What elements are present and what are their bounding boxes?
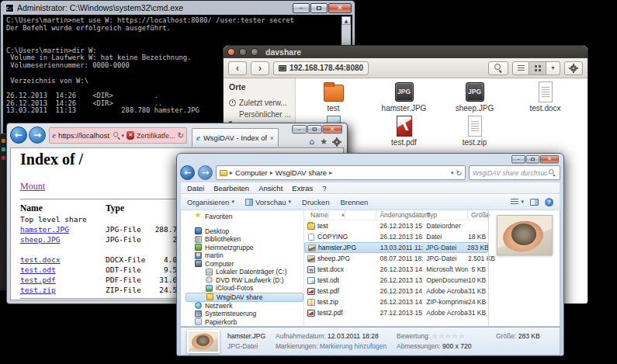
file-row[interactable]: test2.pdf 27.12.2013 15:10 Adobe Acrobat… — [304, 307, 488, 318]
file-link[interactable]: test.docx — [20, 255, 60, 264]
file-link[interactable]: test.pdf — [20, 276, 56, 284]
tab-close-icon[interactable]: × — [270, 134, 274, 142]
nav-tree-item[interactable]: martin — [185, 251, 303, 260]
column-header-name[interactable]: Name▲ — [304, 210, 376, 220]
maximize-button[interactable] — [307, 125, 322, 133]
search-box[interactable]: WsgiDAV share durchsuchen — [469, 165, 560, 180]
gear-icon[interactable] — [333, 138, 341, 146]
back-button[interactable]: ‹ — [228, 61, 247, 75]
address-bar[interactable]: e https://localhost:8080/ ▾ ✕ Zertifikat… — [49, 127, 187, 144]
chevron-down-icon[interactable]: ▾ — [122, 133, 125, 139]
file-row[interactable]: sheep.JPG 08.07.2011 18:52 JPG-Datei 2.5… — [304, 253, 488, 264]
search-button[interactable] — [488, 61, 508, 75]
nav-tree-item[interactable]: Bibliotheken — [185, 235, 303, 244]
home-icon[interactable]: ⌂ — [309, 137, 314, 147]
file-row[interactable]: test.docx 26.12.2013 14:26 Microsoft Wor… — [304, 264, 488, 275]
address-dropdown-icon[interactable]: ▾ — [451, 170, 454, 176]
file-link[interactable]: test.zip — [20, 286, 56, 294]
change-view-button[interactable]: ▾ — [511, 199, 524, 205]
column-header-type[interactable]: Typ — [423, 210, 468, 220]
nav-tree-item[interactable]: Netzwerk — [185, 302, 303, 310]
maximize-button[interactable] — [310, 3, 328, 13]
location-button[interactable]: 192.168.178.44:8080 — [273, 61, 369, 75]
nav-tree-item[interactable]: DVD RW Laufwerk (D:) — [185, 276, 303, 285]
list-view-button[interactable] — [512, 61, 529, 75]
nav-tree-item[interactable]: Papierkorb — [185, 318, 303, 327]
file-item[interactable]: test.zip — [439, 115, 510, 149]
breadcrumb-item[interactable]: WsgiDAV share — [276, 168, 327, 177]
forward-button[interactable]: → — [29, 127, 46, 144]
file-link[interactable]: test.odt — [20, 265, 56, 274]
grid-view-button[interactable] — [529, 61, 546, 75]
menu-item[interactable]: Bearbeiten — [213, 184, 249, 192]
certificate-error-text[interactable]: Zertifikatfe... — [137, 132, 175, 140]
nav-tree-item[interactable]: Heimnetzgruppe — [185, 244, 303, 252]
file-item[interactable]: hamster.JPG — [369, 81, 439, 115]
column-header-size[interactable]: Größe — [468, 210, 488, 220]
sidebar-place-item[interactable]: Persönlicher ... — [229, 109, 293, 120]
refresh-icon[interactable]: ↻ — [178, 131, 184, 140]
help-icon[interactable]: ? — [545, 198, 553, 206]
minimize-button[interactable]: – — [511, 155, 525, 163]
forward-button[interactable]: → — [198, 165, 213, 180]
nav-tree-item[interactable]: Desktop — [185, 227, 303, 236]
preview-button[interactable]: Vorschau▾ — [245, 198, 291, 206]
menu-item[interactable]: Extras — [292, 184, 313, 192]
menu-item[interactable]: ? — [322, 184, 326, 192]
close-icon[interactable] — [227, 48, 235, 56]
minimize-button[interactable]: – — [292, 125, 307, 133]
nav-tree-item[interactable]: Favoriten — [185, 213, 303, 221]
file-row[interactable]: test 26.12.2013 15:23 Dateiordner — [304, 220, 488, 231]
print-button[interactable]: Drucken — [302, 198, 329, 206]
menu-item[interactable]: Ansicht — [258, 184, 283, 192]
maximize-icon[interactable] — [251, 48, 258, 56]
add-tag-prompt[interactable]: Markierung hinzufügen — [320, 342, 386, 350]
file-item[interactable]: test.docx — [510, 81, 581, 115]
mount-link[interactable]: Mount — [20, 181, 45, 192]
search-icon[interactable] — [113, 132, 120, 139]
file-row[interactable]: hamster.JPG 13.03.2011 11:03 JPG-Datei 2… — [304, 242, 488, 253]
close-button[interactable]: ✕ — [328, 3, 352, 13]
breadcrumb-item[interactable]: Computer — [235, 168, 268, 177]
explorer-titlebar[interactable]: – ✕ — [180, 154, 560, 164]
nav-tree-item[interactable]: Computer — [185, 260, 303, 269]
minimize-button[interactable]: – — [293, 3, 310, 13]
file-item[interactable]: sheep.JPG — [439, 81, 510, 115]
close-button[interactable]: ✕ — [323, 125, 343, 133]
back-button[interactable]: ← — [10, 127, 27, 144]
cmd-titlebar[interactable]: C:\ Administrator: C:\Windows\system32\c… — [3, 2, 352, 15]
back-button[interactable]: ← — [180, 165, 195, 180]
rating-stars-icon[interactable]: ☆☆☆☆☆ — [432, 332, 465, 340]
file-row[interactable]: test.odt 26.12.2013 13:55 OpenDocument T… — [304, 275, 488, 286]
hamster-photo-preview[interactable] — [497, 215, 553, 255]
preview-pane-toggle-icon[interactable] — [530, 199, 539, 206]
nav-tree-item[interactable]: Lokaler Datenträger (C:) — [185, 268, 303, 276]
view-options-button[interactable]: ▾ — [546, 61, 560, 75]
nav-tree-item[interactable]: WsgiDAV share — [185, 293, 303, 302]
file-row[interactable]: test.pdf 26.12.2013 14:19 Adobe Acrobat … — [304, 286, 488, 296]
settings-button[interactable] — [564, 61, 583, 75]
file-row[interactable]: test.zip 26.12.2013 14:22 ZIP-komprimier… — [304, 296, 488, 307]
nav-tree-item[interactable]: iCloud-Fotos — [185, 284, 303, 293]
maximize-button[interactable] — [526, 155, 540, 163]
forward-button[interactable]: › — [251, 61, 269, 75]
scroll-up-icon[interactable]: ▲ — [341, 16, 351, 25]
minimize-icon[interactable] — [239, 48, 247, 56]
file-item[interactable]: test.pdf — [369, 115, 439, 149]
nav-tree-item[interactable]: Systemsteuerung — [185, 310, 303, 318]
burn-button[interactable]: Brennen — [340, 198, 368, 206]
file-link[interactable]: hamster.JPG — [20, 225, 69, 234]
organize-button[interactable]: Organisieren▾ — [187, 198, 234, 206]
menu-item[interactable]: Datei — [187, 184, 204, 192]
close-button[interactable]: ✕ — [540, 155, 559, 163]
sidebar-place-item[interactable]: Zuletzt verw... — [229, 97, 293, 109]
browser-tab[interactable]: e WsgiDAV - Index of / × — [192, 128, 279, 147]
file-item[interactable]: test — [298, 81, 369, 115]
nautilus-titlebar[interactable]: davshare — [224, 46, 588, 58]
file-link[interactable]: sheep.JPG — [20, 235, 60, 244]
column-header-modified[interactable]: Änderungsdatum — [376, 210, 423, 220]
file-row[interactable]: COPYING 26.12.2013 16:22 Datei 18 KB — [304, 231, 488, 242]
refresh-icon[interactable]: ↻ — [456, 169, 462, 177]
favorites-star-icon[interactable]: ★ — [320, 137, 328, 147]
breadcrumb[interactable]: ▸ Computer ▸ WsgiDAV share ▸ ▾ ↻ — [216, 165, 466, 180]
